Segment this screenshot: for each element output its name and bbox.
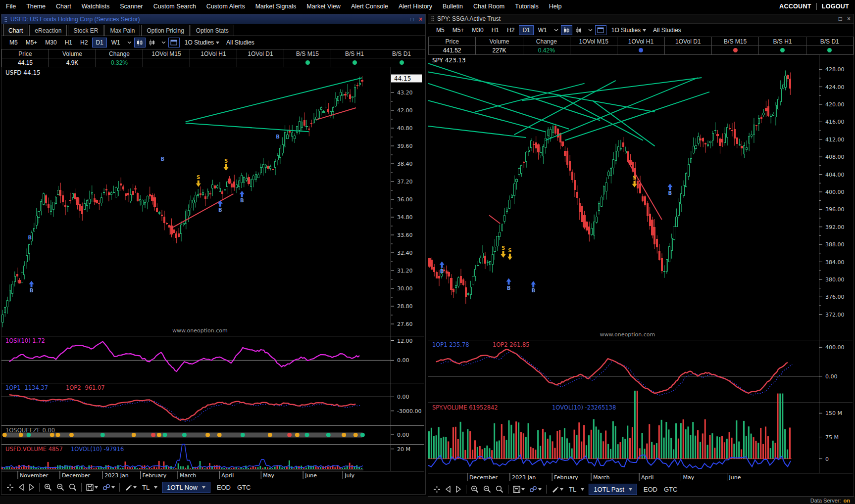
timeframe-d1[interactable]: D1: [92, 38, 106, 47]
studies-dropdown[interactable]: 1O Studies: [611, 27, 641, 34]
pan-left-icon[interactable]: [18, 484, 24, 491]
menu-item-chart[interactable]: Chart: [56, 3, 71, 10]
account-button[interactable]: ACCOUNT: [779, 3, 811, 10]
save-icon[interactable]: [86, 484, 98, 491]
menu-item-custom-search[interactable]: Custom Search: [153, 3, 196, 10]
tab-chart[interactable]: Chart: [3, 24, 28, 36]
close-window-button[interactable]: ×: [847, 16, 851, 22]
gtc-button[interactable]: GTC: [664, 486, 677, 493]
svg-text:July: July: [344, 472, 354, 479]
timeframe-m30[interactable]: M30: [468, 25, 487, 35]
tab-stock-er[interactable]: Stock ER: [68, 25, 103, 36]
menu-item-alert-console[interactable]: Alert Console: [351, 3, 388, 10]
quote-cell: [331, 58, 378, 67]
all-studies-button[interactable]: All Studies: [653, 27, 681, 34]
svg-text:1OP2 -961.07: 1OP2 -961.07: [66, 384, 105, 391]
layout-panel-icon[interactable]: [168, 38, 180, 47]
pan-right-icon[interactable]: [29, 484, 35, 491]
chart-canvas[interactable]: SSSBBBBSPY 423.13www.oneoption.com428.00…: [428, 55, 854, 482]
pan-left-icon[interactable]: [445, 486, 451, 493]
window-title: SPY: SSGA Active Trust: [437, 15, 501, 22]
timeframe-w1[interactable]: W1: [535, 25, 551, 35]
menu-item-chat-room[interactable]: Chat Room: [473, 3, 504, 10]
timeframe-h2[interactable]: H2: [77, 38, 91, 47]
timeframe-d1[interactable]: D1: [519, 25, 533, 35]
menu-item-market-signals[interactable]: Market Signals: [255, 3, 297, 10]
crosshair-icon[interactable]: [433, 486, 441, 493]
trendline-dropdown[interactable]: TL: [569, 486, 576, 493]
all-studies-button[interactable]: All Studies: [226, 39, 254, 46]
chevron-down-icon[interactable]: [588, 29, 593, 32]
menu-item-tutorials[interactable]: Tutorials: [515, 3, 538, 10]
window-titlebar[interactable]: SPY: SSGA Active Trust □ ×: [428, 14, 854, 24]
timeframe-m5+[interactable]: M5+: [449, 25, 468, 35]
zoom-reset-icon[interactable]: [69, 483, 77, 491]
menu-item-bulletin[interactable]: Bulletin: [443, 3, 463, 10]
logout-button[interactable]: LOGOUT: [822, 3, 849, 10]
tab-ereaction[interactable]: eReaction: [29, 25, 67, 36]
timeframe-h1[interactable]: H1: [61, 38, 76, 47]
timeframe-h2[interactable]: H2: [503, 25, 518, 35]
close-window-button[interactable]: ×: [419, 16, 422, 22]
menu-item-file[interactable]: File: [6, 3, 16, 10]
zoom-reset-icon[interactable]: [496, 485, 503, 493]
quote-cell: [378, 58, 425, 67]
studies-dropdown[interactable]: 1O Studies: [185, 39, 214, 46]
menu-item-scanner[interactable]: Scanner: [120, 3, 143, 10]
trendline-dropdown[interactable]: TL: [142, 484, 150, 491]
svg-text:B: B: [161, 156, 165, 162]
window-titlebar[interactable]: USFD: US Foods Holding Corp (Services Se…: [1, 14, 425, 24]
timeframe-m5+[interactable]: M5+: [22, 38, 41, 47]
otl-mode-dropdown[interactable]: 1OTL Past: [589, 484, 637, 495]
chart-bottom-toolbar: TL 1OTL Past EOD GTC: [428, 482, 854, 497]
crosshair-icon[interactable]: [6, 484, 14, 491]
gtc-button[interactable]: GTC: [237, 484, 251, 491]
candlestick-chart-icon[interactable]: [134, 38, 146, 47]
column-header: 1OVol M15: [570, 37, 617, 46]
link-icon[interactable]: [102, 484, 115, 491]
tab-max-pain[interactable]: Max Pain: [104, 25, 140, 36]
restore-window-button[interactable]: □: [839, 16, 842, 22]
svg-text:B: B: [507, 285, 511, 291]
quote-cell: 4.9K: [49, 58, 96, 67]
chevron-down-icon[interactable]: [554, 29, 558, 32]
eod-button[interactable]: EOD: [644, 486, 657, 493]
otl-mode-dropdown[interactable]: 1OTL Now: [162, 482, 210, 493]
layout-panel-icon[interactable]: [595, 25, 606, 35]
chart-canvas[interactable]: SSBBBBBBUSFD 44.15www.oneoption.com43.20…: [1, 67, 425, 480]
eod-button[interactable]: EOD: [217, 484, 231, 491]
zoom-in-icon[interactable]: [471, 485, 479, 493]
tab-option-pricing[interactable]: Option Pricing: [141, 25, 189, 36]
menu-item-alert-history[interactable]: Alert History: [399, 3, 432, 10]
zoom-out-icon[interactable]: [56, 483, 64, 491]
link-icon[interactable]: [529, 486, 542, 493]
zoom-in-icon[interactable]: [44, 483, 52, 491]
candlestick-alt-icon[interactable]: [147, 38, 158, 47]
candlestick-alt-icon[interactable]: [573, 25, 585, 35]
timeframe-w1[interactable]: W1: [108, 38, 124, 47]
signal-dot-icon: [827, 48, 832, 52]
svg-text:March: March: [593, 474, 610, 481]
svg-text:396.00: 396.00: [825, 206, 845, 213]
restore-window-button[interactable]: □: [410, 16, 414, 22]
tab-option-stats[interactable]: Option Stats: [191, 25, 234, 36]
svg-text:SPY 423.13: SPY 423.13: [432, 57, 466, 64]
candlestick-chart-icon[interactable]: [561, 25, 572, 35]
timeframe-m5[interactable]: M5: [433, 25, 448, 35]
menu-item-help[interactable]: Help: [549, 3, 562, 10]
draw-pencil-icon[interactable]: [551, 485, 563, 493]
timeframe-h1[interactable]: H1: [488, 25, 503, 35]
chevron-down-icon[interactable]: [127, 41, 132, 44]
menu-item-theme[interactable]: Theme: [26, 3, 46, 10]
pan-right-icon[interactable]: [455, 486, 461, 493]
chevron-down-icon[interactable]: [161, 41, 166, 44]
zoom-out-icon[interactable]: [483, 485, 491, 493]
timeframe-m5[interactable]: M5: [6, 38, 21, 47]
save-icon[interactable]: [513, 486, 525, 493]
draw-pencil-icon[interactable]: [124, 483, 137, 491]
menu-item-custom-alerts[interactable]: Custom Alerts: [206, 3, 245, 10]
timeframe-m30[interactable]: M30: [42, 38, 60, 47]
menu-item-market-view[interactable]: Market View: [306, 3, 341, 10]
svg-text:428.00: 428.00: [825, 66, 845, 73]
menu-item-watchlists[interactable]: Watchlists: [82, 3, 110, 10]
